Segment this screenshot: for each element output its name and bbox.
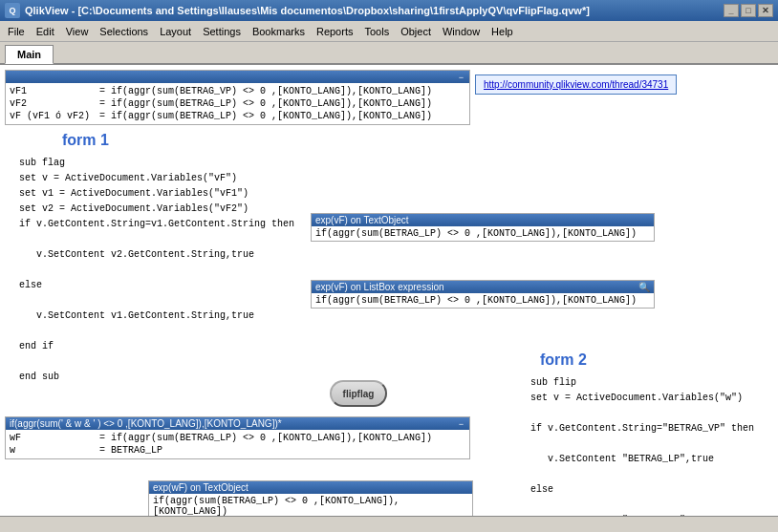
var-value-w: = BETRAG_LP — [99, 445, 162, 456]
maximize-button[interactable]: □ — [741, 4, 756, 17]
var-name-wf: wF — [10, 433, 96, 443]
var-value-vf2: = if(aggr(sum(BETRAG_LP) <> 0 ,[KONTO_LA… — [99, 98, 432, 109]
form1-label: form 1 — [62, 132, 109, 149]
var-value-vf: = if(aggr(sum(BETRAG_LP) <> 0 ,[KONTO_LA… — [99, 111, 432, 121]
flipflag-button[interactable]: flipflag — [330, 380, 387, 407]
menu-reports[interactable]: Reports — [311, 24, 359, 39]
var-name-w: w — [10, 445, 96, 456]
vars-panel-bottom-title: if(aggr(sum(' & w & ' ) <> 0 ,[KONTO_LAN… — [10, 418, 282, 429]
vars-panel-bottom-header: if(aggr(sum(' & w & ' ) <> 0 ,[KONTO_LAN… — [6, 417, 469, 430]
menu-file[interactable]: File — [2, 24, 31, 39]
menu-view[interactable]: View — [60, 24, 95, 39]
code-line-3: set v1 = ActiveDocument.Variables("vF1") — [19, 186, 294, 202]
exp-listbox-value: if(aggr(sum(BETRAG_LP) <> 0 ,[KONTO_LANG… — [315, 295, 637, 306]
form1-code: sub flag set v = ActiveDocument.Variable… — [19, 156, 294, 385]
exp-textobject-panel: exp(vF) on TextObject if(aggr(sum(BETRAG… — [311, 213, 655, 242]
var-name-vf1: vF1 — [10, 86, 96, 96]
exp-listbox-title: exp(vF) on ListBox expression — [315, 282, 444, 292]
menu-window[interactable]: Window — [437, 24, 486, 39]
var-name-vf: vF (vF1 ó vF2) — [10, 111, 96, 121]
vars-panel-top-body: vF1 = if(aggr(sum(BETRAG_VP) <> 0 ,[KONT… — [6, 83, 469, 124]
code-line-5: if v.GetContent.String=v1.GetContent.Str… — [19, 217, 294, 232]
code-line-7: v.SetContent v2.GetContent.String,true — [19, 247, 294, 263]
f2-code-line-7 — [530, 467, 754, 482]
menu-help[interactable]: Help — [486, 24, 519, 39]
var-value-vf1: = if(aggr(sum(BETRAG_VP) <> 0 ,[KONTO_LA… — [99, 86, 432, 96]
f2-code-line-4: if v.GetContent.String="BETRAG_VP" then — [530, 421, 754, 436]
code-line-13: end if — [19, 339, 294, 354]
tab-main[interactable]: Main — [5, 45, 54, 64]
app-icon: Q — [5, 3, 20, 18]
menu-object[interactable]: Object — [395, 24, 437, 39]
exp-textobject-title: exp(vF) on TextObject — [315, 215, 409, 225]
vars-panel-top: − vF1 = if(aggr(sum(BETRAG_VP) <> 0 ,[KO… — [5, 70, 470, 125]
code-line-4: set v2 = ActiveDocument.Variables("vF2") — [19, 202, 294, 217]
menu-layout[interactable]: Layout — [154, 24, 197, 39]
f2-code-line-2: set v = ActiveDocument.Variables("w") — [530, 391, 754, 406]
var-row-vf1: vF1 = if(aggr(sum(BETRAG_VP) <> 0 ,[KONT… — [10, 85, 465, 97]
code-line-12 — [19, 324, 294, 339]
search-icon[interactable]: 🔍 — [638, 282, 650, 292]
vars-panel-bottom: if(aggr(sum(' & w & ' ) <> 0 ,[KONTO_LAN… — [5, 416, 470, 459]
menu-bookmarks[interactable]: Bookmarks — [247, 24, 311, 39]
code-line-14 — [19, 354, 294, 370]
exp-textobject-header: exp(vF) on TextObject — [312, 214, 654, 226]
code-line-1: sub flag — [19, 156, 294, 171]
close-button[interactable]: ✕ — [758, 4, 773, 17]
code-line-11: v.SetContent v1.GetContent.String,true — [19, 309, 294, 324]
exp-textobject-body: if(aggr(sum(BETRAG_LP) <> 0 ,[KONTO_LANG… — [312, 226, 654, 241]
code-line-8 — [19, 263, 294, 278]
code-line-2: set v = ActiveDocument.Variables("vF") — [19, 171, 294, 186]
form2-label: form 2 — [540, 351, 587, 369]
code-line-6 — [19, 232, 294, 247]
exp-listbox-panel: exp(vF) on ListBox expression 🔍 if(aggr(… — [311, 280, 655, 309]
vars-panel-bottom-minimize[interactable]: − — [457, 419, 465, 429]
community-link[interactable]: http://community.qlikview.com/thread/347… — [475, 74, 677, 95]
title-bar: Q QlikView - [C:\Documents and Settings\… — [0, 0, 778, 21]
var-row-vf2: vF2 = if(aggr(sum(BETRAG_LP) <> 0 ,[KONT… — [10, 97, 465, 110]
var-name-vf2: vF2 — [10, 98, 96, 109]
f2-code-line-8: else — [530, 482, 754, 498]
exp-bottom-textobject-title: exp(wF) on TextObject — [153, 482, 249, 493]
main-content: − vF1 = if(aggr(sum(BETRAG_VP) <> 0 ,[KO… — [0, 65, 778, 532]
var-row-w: w = BETRAG_LP — [10, 444, 465, 457]
exp-bottom-textobject-value: if(aggr(sum(BETRAG_LP) <> 0 ,[KONTO_LANG… — [153, 496, 400, 517]
menu-selections[interactable]: Selections — [94, 24, 154, 39]
title-text: QlikView - [C:\Documents and Settings\ll… — [25, 5, 724, 16]
menu-tools[interactable]: Tools — [358, 24, 395, 39]
f2-code-line-3 — [530, 406, 754, 421]
minimize-button[interactable]: _ — [724, 4, 739, 17]
vars-panel-bottom-body: wF = if(aggr(sum(BETRAG_LP) <> 0 ,[KONTO… — [6, 430, 469, 458]
f2-code-line-9 — [530, 498, 754, 513]
f2-code-line-6: v.SetContent "BETRAG_LP",true — [530, 452, 754, 467]
exp-bottom-textobject-header: exp(wF) on TextObject — [149, 481, 472, 494]
code-line-15: end sub — [19, 370, 294, 385]
f2-code-line-1: sub flip — [530, 375, 754, 391]
var-value-wf: = if(aggr(sum(BETRAG_LP) <> 0 ,[KONTO_LA… — [99, 433, 432, 443]
form2-code: sub flip set v = ActiveDocument.Variable… — [530, 375, 754, 532]
vars-panel-top-minimize[interactable]: − — [457, 73, 465, 82]
var-row-wf: wF = if(aggr(sum(BETRAG_LP) <> 0 ,[KONTO… — [10, 432, 465, 444]
exp-listbox-body: if(aggr(sum(BETRAG_LP) <> 0 ,[KONTO_LANG… — [312, 293, 654, 308]
tab-bar: Main — [0, 42, 778, 65]
var-row-vf: vF (vF1 ó vF2) = if(aggr(sum(BETRAG_LP) … — [10, 110, 465, 122]
exp-bottom-textobject-panel: exp(wF) on TextObject if(aggr(sum(BETRAG… — [148, 480, 473, 520]
code-line-10 — [19, 293, 294, 309]
exp-listbox-header: exp(vF) on ListBox expression 🔍 — [312, 281, 654, 293]
window-controls: _ □ ✕ — [724, 4, 773, 17]
code-line-9: else — [19, 278, 294, 293]
vars-panel-top-title — [10, 72, 12, 82]
exp-textobject-value: if(aggr(sum(BETRAG_LP) <> 0 ,[KONTO_LANG… — [315, 228, 637, 239]
f2-code-line-5 — [530, 436, 754, 452]
menu-bar: File Edit View Selections Layout Setting… — [0, 21, 778, 42]
status-bar — [0, 516, 778, 532]
vars-panel-top-header: − — [6, 71, 469, 83]
menu-edit[interactable]: Edit — [31, 24, 60, 39]
menu-settings[interactable]: Settings — [197, 24, 247, 39]
